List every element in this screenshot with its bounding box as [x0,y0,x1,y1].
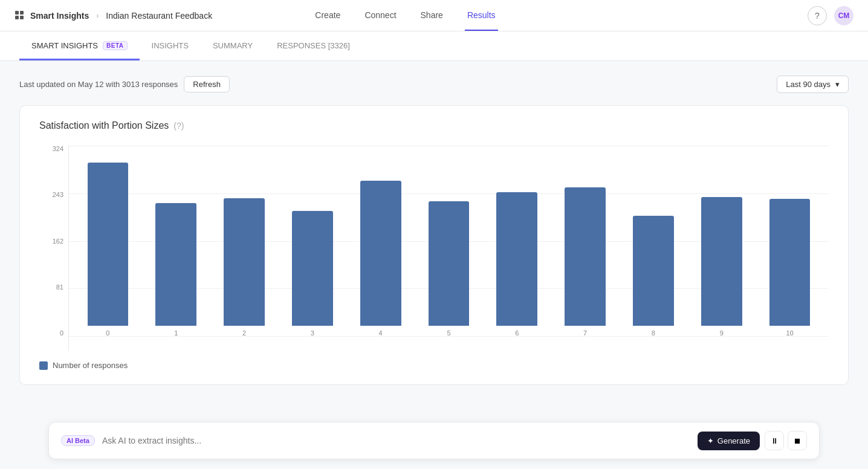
bar-x-label-5: 5 [447,329,450,337]
tab-responses[interactable]: RESPONSES [3326] [265,31,362,60]
ai-badge: AI Beta [61,435,95,446]
bar-10 [769,199,811,326]
bar-group-9: 9 [687,197,756,337]
bar-group-5: 5 [415,201,483,337]
bars-and-grid: 012345678910 [68,146,829,351]
nav-share[interactable]: Share [418,1,445,31]
bar-chart: 0 81 162 243 324 012345678910 [39,146,829,351]
bar-5 [429,201,470,326]
bar-x-label-1: 1 [174,329,178,337]
chart-area: 012345678910 [68,146,829,351]
brand-name[interactable]: Smart Insights [30,11,89,21]
bar-group-7: 7 [551,187,620,337]
bar-x-label-2: 2 [242,329,246,337]
chart-card: Satisfaction with Portion Sizes (?) 0 81… [19,105,849,385]
y-label-324: 324 [39,146,63,152]
bar-0 [88,163,129,326]
nav-results[interactable]: Results [465,1,498,31]
nav-connect[interactable]: Connect [362,1,398,31]
bar-x-label-10: 10 [786,329,793,337]
bar-group-4: 4 [346,181,415,337]
bar-group-0: 0 [74,163,142,337]
bar-group-2: 2 [210,198,279,337]
chart-title: Satisfaction with Portion Sizes (?) [39,120,829,131]
tab-smart-insights[interactable]: SMART INSIGHTS BETA [19,31,140,60]
bar-7 [565,187,606,326]
chart-legend: Number of responses [39,361,829,370]
bar-6 [496,192,537,326]
bars-row: 012345678910 [69,146,829,337]
svg-rect-0 [15,11,19,15]
bar-3 [292,211,333,326]
nav-right: ? CM [808,6,853,25]
generate-button[interactable]: ✦ Generate [698,432,760,450]
breadcrumb-separator: › [96,11,99,20]
top-nav: Smart Insights › Indian Restaurant Feedb… [0,0,868,31]
bar-group-1: 1 [142,203,210,337]
bar-4 [360,181,401,326]
last-updated-section: Last updated on May 12 with 3013 respons… [19,76,230,92]
header-bar: Last updated on May 12 with 3013 respons… [19,76,849,93]
svg-rect-1 [20,11,24,15]
bar-9 [701,197,742,326]
tab-insights[interactable]: INSIGHTS [140,31,201,60]
bar-group-6: 6 [483,192,551,337]
pause-controls: ⏸ ⏹ [765,431,807,450]
y-label-0: 0 [39,330,63,337]
last-updated-text: Last updated on May 12 with 3013 respons… [19,80,178,89]
bar-8 [633,216,674,326]
legend-color-swatch [39,361,48,370]
bar-x-label-7: 7 [583,329,587,337]
bar-2 [224,198,265,326]
bar-x-label-3: 3 [311,329,314,337]
svg-rect-2 [15,16,19,19]
ai-bottom-bar: AI Beta ✦ Generate ⏸ ⏹ [48,422,820,459]
ai-input[interactable] [102,436,698,445]
chart-tooltip-icon[interactable]: (?) [173,121,184,131]
bar-x-label-9: 9 [720,329,724,337]
bar-x-label-6: 6 [515,329,519,337]
grid-icon [15,10,25,21]
bar-x-label-8: 8 [652,329,655,337]
help-button[interactable]: ? [808,6,827,25]
y-axis: 0 81 162 243 324 [39,146,63,351]
svg-rect-3 [20,16,24,19]
bar-1 [155,203,196,326]
y-label-162: 162 [39,238,63,245]
date-range-button[interactable]: Last 90 days ▾ [777,76,849,93]
secondary-nav: SMART INSIGHTS BETA INSIGHTS SUMMARY RES… [0,31,868,61]
main-content: Last updated on May 12 with 3013 respons… [0,61,868,462]
beta-badge: BETA [103,41,127,50]
stop-button[interactable]: ⏹ [788,431,807,450]
bar-group-8: 8 [620,216,688,337]
bar-x-label-4: 4 [379,329,383,337]
refresh-button[interactable]: Refresh [184,76,230,92]
nav-create[interactable]: Create [313,1,343,31]
tab-summary[interactable]: SUMMARY [201,31,265,60]
avatar[interactable]: CM [834,6,853,25]
nav-center: Create Connect Share Results [313,1,497,31]
bar-group-3: 3 [278,211,346,337]
nav-brand: Smart Insights › Indian Restaurant Feedb… [15,10,212,21]
breadcrumb-current: Indian Restaurant Feedback [106,11,212,21]
bar-x-label-0: 0 [106,329,109,337]
y-label-243: 243 [39,192,63,198]
y-label-81: 81 [39,284,63,291]
pause-button[interactable]: ⏸ [765,431,784,450]
bar-group-10: 10 [756,199,824,337]
legend-label: Number of responses [53,361,128,370]
